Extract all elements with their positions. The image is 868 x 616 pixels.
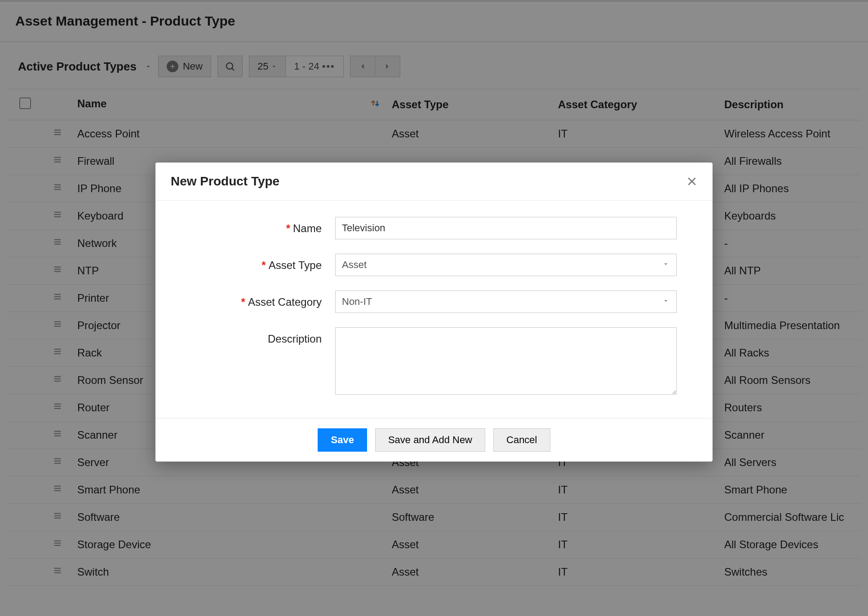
asset-type-select[interactable]: Asset [335, 254, 677, 276]
asset-category-value: Non-IT [342, 296, 372, 308]
name-input[interactable] [335, 217, 677, 239]
close-icon [686, 176, 697, 187]
asset-type-value: Asset [342, 259, 367, 271]
modal-title: New Product Type [171, 174, 279, 189]
caret-down-icon [662, 259, 670, 271]
save-button[interactable]: Save [318, 428, 367, 452]
label-name: Name [293, 222, 322, 234]
label-asset-type: Asset Type [269, 259, 322, 271]
description-textarea[interactable] [335, 327, 677, 395]
caret-down-icon [662, 296, 670, 308]
cancel-button[interactable]: Cancel [493, 428, 550, 452]
label-description: Description [268, 333, 322, 345]
new-product-type-modal: New Product Type *Name *Asset Type Asset [155, 163, 713, 462]
asset-category-select[interactable]: Non-IT [335, 290, 677, 313]
label-asset-category: Asset Category [248, 296, 322, 308]
close-button[interactable] [686, 176, 697, 187]
save-and-add-new-button[interactable]: Save and Add New [375, 428, 485, 452]
